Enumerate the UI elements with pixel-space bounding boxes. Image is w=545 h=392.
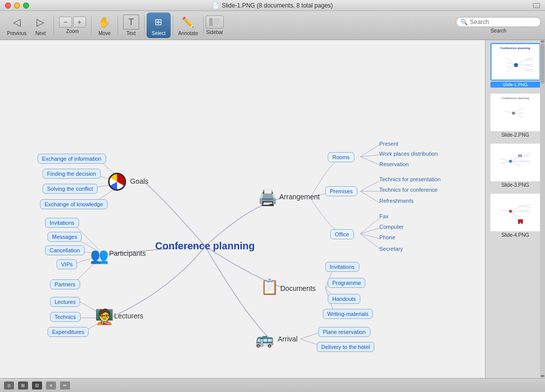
finding-decision-node[interactable]: Finding the decision [43, 169, 101, 179]
bottom-icon-detail[interactable]: ⊟ [32, 381, 42, 389]
secretary-node: Secretary [379, 246, 403, 252]
arrangement-icon: 🖨️ [258, 188, 278, 207]
zoom-in-button[interactable]: + [73, 17, 86, 28]
sidebar-icon [206, 16, 224, 29]
rooms-node[interactable]: Rooms [328, 152, 354, 162]
main-area: Conference planning Goals Exchange of in… [0, 40, 545, 378]
documents-icon: 📋 [260, 278, 279, 295]
collapse-button[interactable] [533, 3, 540, 8]
move-label: Move [99, 31, 111, 36]
svg-line-15 [360, 155, 380, 157]
separator-1 [54, 16, 54, 36]
svg-line-62 [510, 211, 520, 217]
svg-line-43 [526, 70, 533, 72]
separator-5 [173, 16, 173, 36]
slide-2-label: Slide-2.PNG [490, 132, 540, 138]
bottom-icon-list[interactable]: ≡ [46, 381, 56, 389]
exchange-info-node[interactable]: Exchange of information [38, 154, 106, 164]
lecturers-icon: 🧑‍🏫 [95, 308, 114, 325]
lectures-node[interactable]: Lectures [50, 297, 80, 307]
arrangement-label: Arrangement [279, 193, 320, 201]
scrollbar-thumb[interactable] [540, 44, 544, 84]
select-button[interactable]: ⊞ Select [147, 13, 171, 38]
technics-node[interactable]: Technics [50, 312, 81, 322]
bottom-bar: ||| ⊞ ⊟ ≡ ✏ [0, 378, 545, 392]
scroll-down-arrow[interactable] [540, 375, 544, 377]
svg-point-58 [509, 160, 512, 163]
exchange-knowledge-node[interactable]: Exchange of knowledge [40, 199, 108, 209]
search-input[interactable] [470, 19, 540, 26]
cancellation-node[interactable]: Cancellation [45, 245, 85, 255]
bottom-icon-edit[interactable]: ✏ [60, 381, 70, 389]
svg-line-51 [510, 161, 520, 166]
programme-node[interactable]: Programme [328, 278, 365, 288]
previous-icon: ◁ [9, 15, 25, 30]
sidebar-button[interactable]: Sidebar [206, 16, 224, 35]
title-icon: 📄 [212, 2, 220, 9]
messages-node[interactable]: Messages [48, 232, 82, 242]
window-title: 📄 Slide-1.PNG (8 documents, 8 total page… [212, 2, 333, 9]
search-input-wrap[interactable]: 🔍 [456, 17, 541, 27]
svg-line-20 [360, 217, 380, 234]
arrival-label: Arrival [278, 335, 298, 343]
bottom-icon-grid[interactable]: ⊞ [18, 381, 28, 389]
minimize-button[interactable] [14, 3, 20, 9]
text-button[interactable]: T Text [120, 13, 142, 38]
previous-button[interactable]: ◁ Previous [4, 13, 30, 38]
svg-line-40 [526, 64, 533, 65]
svg-point-69 [509, 210, 512, 213]
slide-1-label: Slide-1.PNG [490, 82, 540, 88]
slide-1-thumb[interactable]: Conference planning [490, 43, 540, 88]
invitations-p-node[interactable]: Invitations [45, 218, 79, 228]
plane-reservation-node[interactable]: Plane reservation [318, 327, 370, 337]
premises-node[interactable]: Premises [325, 186, 357, 196]
annotate-button[interactable]: ✏️ Annotate [175, 13, 201, 38]
expenditures-node[interactable]: Expenditures [48, 327, 89, 337]
participants-label: Participants [109, 249, 146, 257]
svg-line-60 [510, 206, 520, 211]
scroll-up-arrow[interactable] [540, 41, 544, 43]
canvas-area: Conference planning Goals Exchange of in… [0, 40, 485, 378]
svg-point-72 [521, 223, 522, 224]
search-icon: 🔍 [460, 19, 468, 26]
solving-conflict-node[interactable]: Solving the conflict [43, 184, 98, 194]
svg-line-57 [520, 161, 530, 163]
writing-materials-node[interactable]: Writing-materials [323, 309, 373, 319]
mindmap: Conference planning Goals Exchange of in… [0, 40, 485, 378]
sidebar-scrollbar[interactable] [540, 40, 545, 378]
window-controls[interactable] [5, 3, 29, 9]
close-button[interactable] [5, 3, 11, 9]
separator-2 [91, 16, 92, 36]
handouts-node[interactable]: Handouts [328, 294, 360, 304]
slide-3-label: Slide-3.PNG [490, 182, 540, 188]
office-node[interactable]: Office [330, 229, 354, 239]
svg-line-64 [500, 210, 510, 211]
delivery-hotel-node[interactable]: Delivery to the hotel [317, 342, 374, 352]
next-icon: ▷ [33, 15, 49, 30]
move-button[interactable]: ✋ Move [94, 13, 116, 38]
separator-4 [144, 16, 145, 36]
slide-2-thumb[interactable]: Conference planning Slide-2.PNG [490, 94, 540, 138]
bottom-icon-sidebar[interactable]: ||| [4, 381, 14, 389]
titlebar: 📄 Slide-1.PNG (8 documents, 8 total page… [0, 0, 545, 11]
maximize-button[interactable] [23, 3, 29, 9]
slide-3-thumb[interactable]: Slide-3.PNG [490, 144, 540, 188]
svg-line-41 [526, 65, 533, 67]
svg-rect-59 [518, 154, 522, 157]
invitations-d-node[interactable]: Invitations [325, 262, 359, 272]
slide-4-label: Slide-4.PNG [490, 232, 540, 238]
select-icon: ⊞ [151, 15, 167, 30]
svg-line-14 [360, 144, 380, 157]
next-button[interactable]: ▷ Next [30, 13, 52, 38]
search-label: Search [490, 28, 506, 34]
partners-node[interactable]: Partners [50, 279, 80, 289]
phone-node: Phone [379, 234, 395, 240]
annotate-label: Annotate [178, 31, 198, 36]
tech-conference-node: Technics for conference [379, 187, 437, 193]
zoom-out-button[interactable]: − [59, 17, 72, 28]
reservation-node: Reservation [379, 161, 409, 167]
sidebar-panel: Conference planning [485, 40, 545, 378]
fax-node: Fax [379, 213, 388, 219]
vips-node[interactable]: VIPs [57, 259, 77, 269]
slide-4-thumb[interactable]: Slide-4.PNG [490, 194, 540, 238]
